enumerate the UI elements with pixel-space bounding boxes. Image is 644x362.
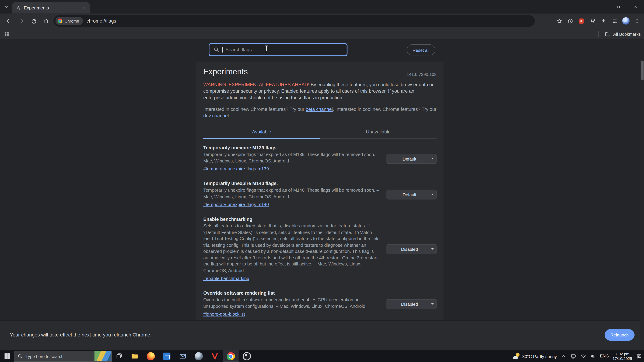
profile-avatar[interactable] xyxy=(620,15,631,27)
flag-select[interactable]: Default xyxy=(386,189,436,199)
flag-permalink[interactable]: #enable-benchmarking xyxy=(203,276,249,281)
flags-tabs: Available Unavailable xyxy=(203,125,436,139)
address-bar[interactable]: Chrome chrome://flags xyxy=(54,15,535,27)
device-icon[interactable] xyxy=(570,353,576,359)
action-center-icon[interactable] xyxy=(636,353,642,359)
home-button[interactable] xyxy=(40,15,52,27)
taskbar-app-obs[interactable] xyxy=(239,350,255,362)
text-caret xyxy=(222,47,222,53)
apps-grid-icon[interactable] xyxy=(4,31,10,37)
show-hidden-icons-chevron[interactable] xyxy=(560,353,567,359)
chip-label: Chrome xyxy=(64,19,79,23)
taskbar-app-file-explorer[interactable] xyxy=(126,350,142,362)
flag-select-wrap: Default xyxy=(386,189,436,199)
search-daily-image[interactable] xyxy=(94,351,111,361)
flag-select-wrap: Default xyxy=(386,154,436,163)
menu-dots-icon[interactable] xyxy=(631,15,642,27)
minimize-button[interactable] xyxy=(592,0,610,13)
relaunch-button[interactable]: Relaunch xyxy=(604,329,634,341)
flag-select[interactable]: Default xyxy=(386,154,436,163)
windows-taskbar: 30°C Partly sunny ENG 7:02 pm 17/10/2025 xyxy=(0,350,644,362)
search-icon xyxy=(214,47,219,53)
flag-row: Enable benchmarking Sets all features to… xyxy=(203,217,436,282)
search-flags-input[interactable] xyxy=(226,47,342,52)
all-bookmarks-button[interactable]: All Bookmarks xyxy=(598,28,641,39)
media-queue-icon[interactable] xyxy=(609,15,620,27)
start-button[interactable] xyxy=(0,350,14,362)
beta-channel-link[interactable]: beta channel xyxy=(306,107,333,112)
volume-icon[interactable] xyxy=(590,353,596,359)
flag-permalink[interactable]: #temporary-unexpire-flags-m140 xyxy=(203,202,269,207)
tab-close-icon[interactable] xyxy=(80,4,87,11)
taskbar-search-box[interactable] xyxy=(14,351,112,361)
extensions-puzzle-icon[interactable] xyxy=(587,15,598,27)
chrome-logo-icon xyxy=(58,18,62,23)
downloads-icon[interactable] xyxy=(598,15,609,27)
taskbar-app-chrome[interactable] xyxy=(222,350,239,362)
close-window-button[interactable] xyxy=(627,0,644,13)
back-button[interactable] xyxy=(3,15,15,27)
clock[interactable]: 7:02 pm 17/10/2025 xyxy=(612,352,632,361)
browser-toolbar: Chrome chrome://flags xyxy=(0,13,644,28)
flask-favicon-icon xyxy=(16,5,21,10)
page-title: Experiments xyxy=(203,61,436,76)
chrome-site-chip[interactable]: Chrome xyxy=(56,17,83,25)
flag-select[interactable]: Disabled xyxy=(386,244,436,254)
taskbar-search-input[interactable] xyxy=(26,354,92,359)
tab-unavailable[interactable]: Unavailable xyxy=(320,125,436,138)
screen: Experiments xyxy=(0,0,644,362)
taskbar-app-steam[interactable] xyxy=(190,350,207,362)
flag-title: Temporarily unexpire M140 flags. xyxy=(203,181,382,186)
search-flags-box[interactable] xyxy=(208,43,348,56)
taskbar-app-vivaldi[interactable] xyxy=(207,350,223,362)
flag-select-wrap: Disabled xyxy=(386,299,436,309)
new-tab-button[interactable] xyxy=(94,2,104,11)
extension-red-icon[interactable] xyxy=(576,15,587,27)
reload-button[interactable] xyxy=(28,15,40,27)
relaunch-message: Your changes will take effect the next t… xyxy=(10,332,152,338)
flag-row: Temporarily unexpire M140 flags. Tempora… xyxy=(203,181,436,208)
flag-row: Override software rendering list Overrid… xyxy=(203,291,436,317)
taskbar-app-mail[interactable] xyxy=(174,350,190,362)
promo-text: . Interested in cool new Chrome features… xyxy=(333,107,436,112)
forward-button[interactable] xyxy=(16,15,27,27)
taskbar-app-firefox[interactable] xyxy=(142,350,158,362)
taskbar-app-store[interactable] xyxy=(158,350,175,362)
page-scrollbar[interactable] xyxy=(640,39,644,350)
flag-permalink[interactable]: #ignore-gpu-blocklist xyxy=(203,312,245,316)
scrollbar-thumb[interactable] xyxy=(641,61,644,79)
experimental-warning: WARNING: EXPERIMENTAL FEATURES AHEAD! By… xyxy=(203,81,436,101)
relaunch-bar: Your changes will take effect the next t… xyxy=(0,320,644,350)
network-icon[interactable] xyxy=(580,353,586,359)
divider xyxy=(598,31,599,37)
chrome-version: 141.0.7390.108 xyxy=(406,72,436,77)
search-icon xyxy=(18,354,22,359)
warning-highlight: WARNING: EXPERIMENTAL FEATURES AHEAD! xyxy=(203,82,310,87)
extension-circle-icon[interactable] xyxy=(565,15,576,27)
flag-select[interactable]: Disabled xyxy=(386,299,436,309)
partly-sunny-icon xyxy=(513,353,520,359)
flag-description: Sets all features to a fixed state; that… xyxy=(203,223,382,274)
clock-date: 17/10/2025 xyxy=(612,356,632,361)
tab-title: Experiments xyxy=(24,5,77,10)
weather-widget[interactable]: 30°C Partly sunny xyxy=(513,353,557,359)
clock-time: 7:02 pm xyxy=(612,352,632,356)
all-bookmarks-label: All Bookmarks xyxy=(613,31,641,36)
maximize-button[interactable] xyxy=(610,0,627,13)
bookmark-star-icon[interactable] xyxy=(554,15,565,27)
tab-search-chevron-icon[interactable] xyxy=(2,3,11,11)
bookmarks-bar: All Bookmarks xyxy=(0,28,644,39)
tab-available[interactable]: Available xyxy=(203,125,320,138)
input-language[interactable]: ENG xyxy=(600,354,609,358)
reset-all-button[interactable]: Reset all xyxy=(406,44,435,55)
flag-permalink[interactable]: #temporary-unexpire-flags-m139 xyxy=(203,166,269,171)
channel-promo: Interested in cool new Chrome features? … xyxy=(203,106,436,119)
flags-container: Experiments 141.0.7390.108 WARNING: EXPE… xyxy=(196,61,444,320)
browser-tab[interactable]: Experiments xyxy=(12,2,90,14)
url-text: chrome://flags xyxy=(86,18,116,23)
flag-description: Overrides the built-in software renderin… xyxy=(203,297,382,310)
dev-channel-link[interactable]: dev channel xyxy=(203,113,229,118)
flags-page: Reset all Experiments 141.0.7390.108 WAR… xyxy=(0,39,644,320)
task-view-button[interactable] xyxy=(112,350,126,362)
flag-description: Temporarily unexpire flags that expired … xyxy=(203,151,382,164)
